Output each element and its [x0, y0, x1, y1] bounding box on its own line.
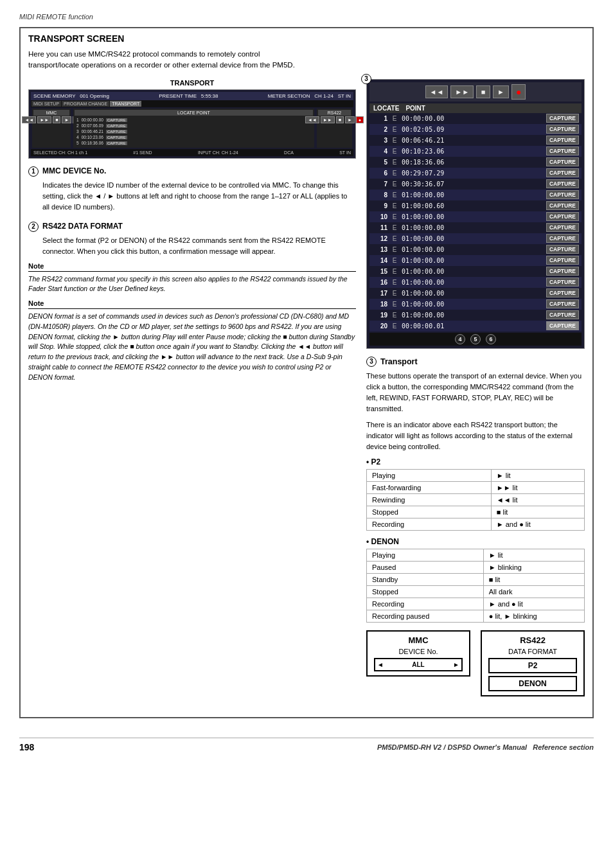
rt-locate-row[interactable]: 6 E 00:29:07.29 CAPTURE — [369, 168, 582, 179]
rt-locate-row[interactable]: 8 E 01:00:00.00 CAPTURE — [369, 190, 582, 200]
circle-num-1: 1 — [28, 166, 39, 177]
ts-tab-bar: MIDI SETUP PROGRAM CHANGE TRANSPORT — [31, 100, 353, 107]
denon-indicator: ● lit, ► blinking — [483, 610, 584, 622]
rt-capture-btn[interactable]: CAPTURE — [546, 146, 579, 155]
ts-stop-btn[interactable]: ■ — [53, 116, 60, 123]
rt-locate-row[interactable]: 15 E 01:00:00.00 CAPTURE — [369, 266, 582, 277]
rt-locate-row[interactable]: 13 E 01:00:00.00 CAPTURE — [369, 244, 582, 255]
rt-rec-btn[interactable]: ● — [511, 84, 526, 100]
denon-table: Playing► litPaused► blinkingStandby■ lit… — [366, 549, 585, 623]
rt-locate-row[interactable]: 3 E 00:06:46.21 CAPTURE — [369, 135, 582, 146]
rt-locate-row[interactable]: 10 E 01:00:00.00 CAPTURE — [369, 211, 582, 222]
rt-capture-btn[interactable]: CAPTURE — [546, 190, 579, 199]
rs422-title: RS422 DATA FORMAT — [42, 222, 123, 231]
rs422-heading: 2 RS422 DATA FORMAT — [28, 222, 356, 232]
rt-capture-btn[interactable]: CAPTURE — [546, 157, 579, 166]
rt-capture-btn[interactable]: CAPTURE — [546, 278, 579, 287]
rt-locate-row[interactable]: 9 E 01:00:00.60 CAPTURE — [369, 200, 582, 211]
denon-state: Paused — [367, 561, 484, 573]
rt-capture-btn[interactable]: CAPTURE — [546, 288, 579, 297]
p2-state: Stopped — [367, 506, 492, 518]
rt-capture-btn[interactable]: CAPTURE — [546, 256, 579, 265]
rt-row-flag: E — [390, 224, 399, 231]
rt-row-time: 00:18:36.06 — [402, 159, 544, 166]
rt-locate-row[interactable]: 18 E 01:00:00.00 CAPTURE — [369, 299, 582, 310]
rs422-section: 2 RS422 DATA FORMAT Select the format (P… — [28, 222, 356, 383]
rt-capture-btn[interactable]: CAPTURE — [546, 234, 579, 243]
ts-rs-rec[interactable]: ● — [356, 116, 364, 123]
rt-capture-btn[interactable]: CAPTURE — [546, 168, 579, 177]
rt-locate-row[interactable]: 17 E 01:00:00.00 CAPTURE — [369, 288, 582, 299]
rs422-diagram-subtitle: DATA FORMAT — [488, 648, 577, 655]
rt-locate-row[interactable]: 1 E 00:00:00.00 CAPTURE — [369, 113, 582, 124]
ts-rs-ff[interactable]: ►► — [321, 116, 335, 123]
rt-stop-btn[interactable]: ■ — [476, 85, 490, 98]
main-section: TRANSPORT screen Here you can use MMC/RS… — [19, 27, 594, 718]
rt-capture-btn[interactable]: CAPTURE — [546, 267, 579, 276]
rt-ff-btn[interactable]: ►► — [450, 85, 474, 98]
denon-table-row: Paused► blinking — [367, 561, 585, 573]
ts-tab-transport[interactable]: TRANSPORT — [110, 101, 141, 107]
denon-table-row: Standby■ lit — [367, 573, 585, 585]
ts-locate-table-left: 100:00:00.00CAPTURE 200:07:06.09CAPTURE … — [75, 116, 129, 146]
note2-text: DENON format is a set of commands used i… — [28, 312, 356, 382]
denon-state: Recording paused — [367, 610, 484, 622]
rt-capture-btn[interactable]: CAPTURE — [546, 201, 579, 210]
rt-locate-header: LOCATE POINT — [369, 103, 582, 113]
ts-play-btn[interactable]: ► — [62, 116, 71, 123]
mmc-right-arrow[interactable]: ► — [453, 661, 459, 668]
rs422-body: Select the format (P2 or DENON) of the R… — [42, 235, 356, 257]
p2-state: Recording — [367, 518, 492, 530]
ts-rs-stop[interactable]: ■ — [336, 116, 344, 123]
rt-locate-row[interactable]: 2 E 00:02:05.09 CAPTURE — [369, 124, 582, 135]
note1-label: Note — [28, 262, 356, 272]
rt-row-num: 13 — [372, 246, 387, 253]
ts-main-area: MMC ◄◄ ►► ■ ► ● LOCATE POINT 100 — [31, 107, 353, 149]
p2-indicator: ◄◄ lit — [491, 493, 584, 506]
rs422-diagram-title: RS422 — [488, 635, 577, 645]
rt-capture-btn[interactable]: CAPTURE — [546, 321, 579, 330]
ts-rew-btn[interactable]: ◄◄ — [22, 116, 36, 123]
p2-bullet: • P2 — [366, 457, 585, 466]
mmc-diagram-value: ◄ ALL ► — [374, 658, 463, 671]
rt-capture-btn[interactable]: CAPTURE — [546, 310, 579, 319]
rt-row-time: 01:00:00.00 — [402, 191, 544, 199]
rt-row-flag: E — [390, 279, 399, 286]
rt-capture-btn[interactable]: CAPTURE — [546, 299, 579, 308]
rt-capture-btn[interactable]: CAPTURE — [546, 136, 579, 145]
ts-ff-btn[interactable]: ►► — [37, 116, 51, 123]
rt-row-num: 6 — [372, 170, 387, 177]
diagrams-row: MMC DEVICE No. ◄ ALL ► RS422 DATA FORM — [366, 630, 585, 702]
mmc-left-arrow[interactable]: ◄ — [377, 661, 384, 668]
rt-locate-row[interactable]: 12 E 01:00:00.00 CAPTURE — [369, 233, 582, 244]
rt-capture-btn[interactable]: CAPTURE — [546, 212, 579, 221]
rt-capture-btn[interactable]: CAPTURE — [546, 245, 579, 254]
rt-capture-btn[interactable]: CAPTURE — [546, 125, 579, 134]
rs422-denon-value[interactable]: DENON — [488, 676, 577, 691]
rt-locate-row[interactable]: 20 E 00:00:00.01 CAPTURE — [369, 321, 582, 332]
rs422-p2-value[interactable]: P2 — [488, 658, 577, 673]
rt-locate-row[interactable]: 5 E 00:18:36.06 CAPTURE — [369, 157, 582, 168]
rt-capture-btn[interactable]: CAPTURE — [546, 223, 579, 232]
rt-locate-row[interactable]: 19 E 01:00:00.00 CAPTURE — [369, 310, 582, 321]
ts-locate-left: LOCATE POINT 100:00:00.00CAPTURE 200:07:… — [73, 109, 314, 148]
ts-dca: DCA — [284, 150, 294, 155]
ts-transport-btns: ◄◄ ►► ■ ► ● — [33, 116, 69, 123]
mmc-diagram-subtitle: DEVICE No. — [374, 648, 463, 655]
rt-capture-btn[interactable]: CAPTURE — [546, 179, 579, 188]
rt-locate-row[interactable]: 7 E 00:30:36.07 CAPTURE — [369, 179, 582, 190]
rt-row-time: 01:00:00.00 — [402, 268, 544, 275]
rt-rew-btn[interactable]: ◄◄ — [425, 85, 449, 98]
ts-tab-midi[interactable]: MIDI SETUP — [31, 101, 61, 107]
ts-rs-rew[interactable]: ◄◄ — [305, 116, 319, 123]
rt-locate-row[interactable]: 4 E 00:10:23.06 CAPTURE — [369, 146, 582, 157]
ts-tab-prog[interactable]: PROGRAM CHANGE — [62, 101, 109, 107]
rt-play-btn[interactable]: ► — [493, 85, 509, 98]
ts-rs-play[interactable]: ► — [345, 116, 355, 123]
rt-capture-btn[interactable]: CAPTURE — [546, 114, 579, 123]
rt-locate-row[interactable]: 14 E 01:00:00.00 CAPTURE — [369, 255, 582, 266]
rt-locate-row[interactable]: 16 E 01:00:00.00 CAPTURE — [369, 277, 582, 288]
transport-desc2: There is an indicator above each RS422 t… — [366, 420, 585, 452]
rt-point-label: POINT — [405, 105, 425, 112]
rt-locate-row[interactable]: 11 E 01:00:00.00 CAPTURE — [369, 222, 582, 233]
